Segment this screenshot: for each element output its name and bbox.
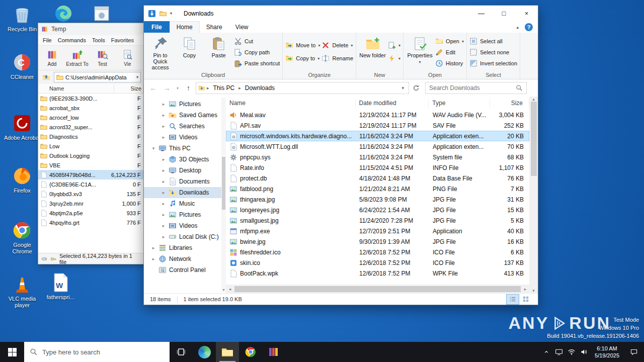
expand-chevron[interactable]: ▾ (151, 146, 156, 151)
nav-item-network[interactable]: ▸Network (144, 253, 226, 264)
pin-to-quick-access-button[interactable]: Pin to Quick access (146, 34, 174, 70)
refresh-icon[interactable] (410, 82, 422, 94)
up-button[interactable]: ↑ (182, 82, 195, 94)
copy-to-button[interactable]: Copy to▾ (285, 54, 320, 62)
easy-access-button[interactable]: ▾ (388, 54, 400, 62)
file-row[interactable]: microsoft.windows.kits.hardware.diagno..… (226, 131, 529, 141)
nav-item-pictures[interactable]: ▸Pictures (144, 209, 226, 220)
expand-chevron[interactable]: ▸ (161, 102, 166, 107)
copy-button[interactable]: Copy (176, 34, 203, 69)
delete-button[interactable]: Delete▾ (321, 41, 353, 49)
winrar-row[interactable]: 4hpqylhs.grt776F (38, 218, 143, 227)
column-header-size[interactable]: Size (114, 84, 143, 93)
desktop-icon-vlc[interactable]: VLC media player (3, 274, 41, 309)
tab-share[interactable]: Share (200, 21, 229, 33)
properties-button[interactable]: Properties ▾ (406, 34, 434, 69)
tray-display-icon[interactable] (552, 342, 565, 362)
winrar-extract-to-button[interactable]: Extract To (65, 46, 89, 69)
desktop-icon-recycle-bin[interactable]: Recycle Bin (3, 4, 41, 33)
file-row[interactable]: protect.db4/18/2024 1:48 PMData Base Fil… (226, 173, 529, 184)
expand-chevron[interactable]: ▸ (161, 135, 166, 140)
scroll-right-arrow[interactable]: ▸ (521, 287, 529, 292)
invert-selection-button[interactable]: Invert selection (469, 59, 517, 67)
winrar-row[interactable]: {9EE293E3-390D...F (38, 94, 143, 103)
history-button[interactable]: History (435, 59, 464, 67)
winrar-row[interactable]: VBEF (38, 160, 143, 170)
winrar-row[interactable]: LowF (38, 141, 143, 151)
desktop-icon-firefox[interactable]: Firefox (3, 165, 41, 194)
expand-chevron[interactable]: ▸ (161, 124, 166, 129)
nav-scrollbar[interactable]: ▾ (221, 98, 226, 292)
move-to-button[interactable]: Move to▾ (285, 41, 320, 49)
desktop-icon-fatherspri-doc[interactable]: Wfatherspri... (41, 272, 79, 301)
file-row[interactable]: mfpmp.exe12/7/2019 2:51 PMApplication40 … (226, 226, 529, 236)
new-item-button[interactable]: ▾ (388, 41, 400, 49)
taskbar-clock[interactable]: 6:10 AM 5/19/2025 (590, 345, 624, 359)
file-row[interactable]: Microsoft.WTT.Log.dll11/16/2024 3:24 PMA… (226, 141, 529, 152)
copy-path-button[interactable]: Copy path (234, 48, 280, 56)
nav-item-searches[interactable]: ▸Searches (144, 121, 226, 132)
file-row[interactable]: skin.ico12/6/2018 7:52 PMICO File137 KB (226, 257, 529, 268)
up-folder-button[interactable] (41, 72, 52, 82)
action-center-button[interactable] (624, 348, 644, 356)
quick-access-folder-icon[interactable] (159, 10, 167, 17)
scrollbar-thumb[interactable] (531, 102, 537, 176)
expand-chevron[interactable]: ▸ (161, 223, 166, 228)
expand-chevron[interactable]: ▸ (161, 168, 166, 173)
column-header-name[interactable]: Name (38, 84, 114, 93)
search-box[interactable]: Search Downloads (425, 82, 527, 94)
nav-item-libraries[interactable]: ▸Libraries (144, 242, 226, 253)
file-row[interactable]: pnpcpu.sys11/16/2024 3:24 PMSystem file6… (226, 152, 529, 162)
winrar-row[interactable]: 45085f479b048d...6,124,223F (38, 170, 143, 179)
cut-button[interactable]: Cut (234, 37, 280, 45)
winrar-row[interactable]: acrocef_lowF (38, 113, 143, 122)
expand-chevron[interactable]: ▸ (151, 256, 156, 261)
column-header-date-modified[interactable]: Date modified (356, 99, 429, 108)
nav-item-3d-objects[interactable]: ▸3D Objects (144, 154, 226, 165)
thumbnails-view-button[interactable] (520, 295, 532, 304)
winrar-row[interactable]: 0lyqbbd3.xv3135F (38, 189, 143, 199)
scrollbar-thumb[interactable] (234, 286, 521, 292)
address-dropdown-chevron[interactable]: ▾ (136, 75, 138, 79)
nav-item-videos[interactable]: ▸Videos (144, 132, 226, 143)
winrar-titlebar[interactable]: Temp (38, 23, 143, 35)
quick-access-customize-chevron[interactable]: ▾ (170, 11, 172, 16)
scroll-left-arrow[interactable]: ◂ (226, 287, 234, 292)
scrollbar-thumb[interactable] (222, 157, 225, 210)
file-row[interactable]: API.sav12/19/2024 11:17 PMSAV File252 KB (226, 120, 529, 131)
vertical-scrollbar[interactable]: ▴ ▾ (529, 97, 538, 293)
winrar-row[interactable]: acrobat_sbxF (38, 103, 143, 113)
winrar-row[interactable]: DiagnosticsF (38, 132, 143, 141)
rename-button[interactable]: Rename (321, 54, 353, 62)
paste-shortcut-button[interactable]: Paste shortcut (234, 59, 280, 67)
open-button[interactable]: Open▾ (435, 37, 464, 45)
tray-expand-chevron[interactable] (540, 342, 552, 362)
nav-item-pictures[interactable]: ▸Pictures (144, 99, 226, 110)
tab-file[interactable]: File (144, 21, 170, 33)
expand-chevron[interactable]: ▸ (151, 245, 156, 250)
expand-chevron[interactable]: ▸ (161, 212, 166, 217)
winrar-address-bar[interactable]: C:\Users\admin\AppData ▾ (54, 72, 141, 82)
forward-button[interactable]: → (160, 82, 173, 94)
winrar-row[interactable]: 3qruy2eb.mnr1,000F (38, 199, 143, 208)
expand-chevron[interactable]: ▸ (161, 113, 166, 118)
close-button[interactable]: × (515, 6, 538, 21)
breadcrumb-downloads[interactable]: Downloads (243, 84, 277, 92)
expand-chevron[interactable]: ▸ (161, 190, 166, 195)
winrar-add-button[interactable]: Add (40, 46, 64, 69)
nav-item-downloads[interactable]: ▸Downloads (144, 187, 226, 198)
nav-item-desktop[interactable]: ▸Desktop (144, 165, 226, 176)
column-header-type[interactable]: Type (429, 99, 490, 108)
new-folder-button[interactable]: New folder (359, 34, 386, 69)
nav-item-this-pc[interactable]: ▾This PC (144, 143, 226, 154)
taskbar-edge-button[interactable] (193, 342, 216, 362)
back-button[interactable]: ← (147, 82, 159, 94)
scroll-down-arrow[interactable]: ▾ (530, 288, 538, 293)
desktop-icon-app-shortcut[interactable] (83, 3, 121, 24)
nav-item-videos[interactable]: ▸Videos (144, 220, 226, 231)
minimize-button[interactable]: — (470, 6, 493, 21)
winrar-menu-favorites[interactable]: Favorites (109, 36, 136, 44)
tray-network-icon[interactable] (565, 342, 578, 362)
help-icon[interactable]: ? (525, 23, 533, 31)
nav-item-local-disk-c[interactable]: ▸Local Disk (C:) (144, 231, 226, 242)
